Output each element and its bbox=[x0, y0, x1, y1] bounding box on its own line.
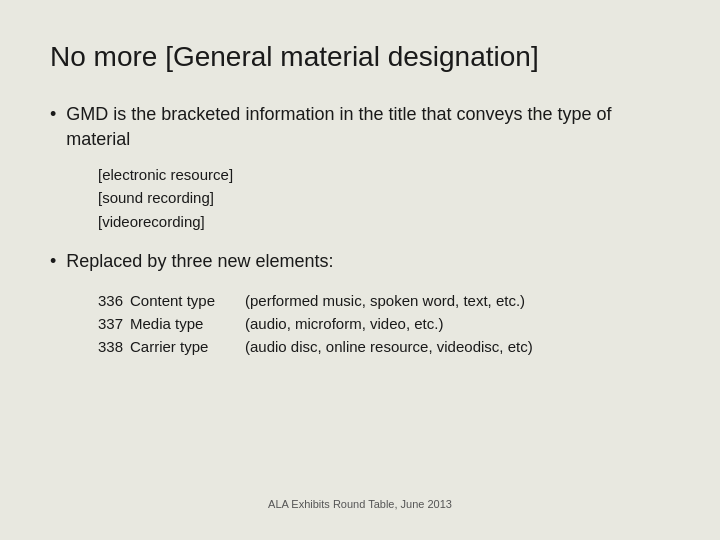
sub-item-3: [videorecording] bbox=[98, 211, 670, 234]
element-desc-2: (audio, microform, video, etc.) bbox=[245, 312, 443, 335]
sub-items-list: [electronic resource] [sound recording] … bbox=[98, 164, 670, 234]
element-num-1: 336 bbox=[98, 289, 130, 312]
bullet-2-text: Replaced by three new elements: bbox=[66, 249, 333, 274]
element-row-1: 336 Content type (performed music, spoke… bbox=[98, 289, 670, 312]
element-name-3: Carrier type bbox=[130, 335, 245, 358]
bullet-symbol-2: • bbox=[50, 251, 56, 272]
bullet-1: • GMD is the bracketed information in th… bbox=[50, 102, 670, 152]
element-desc-1: (performed music, spoken word, text, etc… bbox=[245, 289, 525, 312]
slide-title: No more [General material designation] bbox=[50, 40, 670, 74]
element-name-2: Media type bbox=[130, 312, 245, 335]
slide: No more [General material designation] •… bbox=[0, 0, 720, 540]
footer-text: ALA Exhibits Round Table, June 2013 bbox=[268, 498, 452, 510]
slide-footer: ALA Exhibits Round Table, June 2013 bbox=[50, 488, 670, 510]
elements-table: 336 Content type (performed music, spoke… bbox=[98, 289, 670, 359]
bullet-symbol-1: • bbox=[50, 104, 56, 125]
sub-item-1: [electronic resource] bbox=[98, 164, 670, 187]
sub-item-2: [sound recording] bbox=[98, 187, 670, 210]
bullet-2: • Replaced by three new elements: bbox=[50, 249, 670, 274]
element-row-3: 338 Carrier type (audio disc, online res… bbox=[98, 335, 670, 358]
slide-content: • GMD is the bracketed information in th… bbox=[50, 102, 670, 488]
element-row-2: 337 Media type (audio, microform, video,… bbox=[98, 312, 670, 335]
element-desc-3: (audio disc, online resource, videodisc,… bbox=[245, 335, 533, 358]
bullet-1-text: GMD is the bracketed information in the … bbox=[66, 102, 670, 152]
element-num-2: 337 bbox=[98, 312, 130, 335]
element-num-3: 338 bbox=[98, 335, 130, 358]
element-name-1: Content type bbox=[130, 289, 245, 312]
